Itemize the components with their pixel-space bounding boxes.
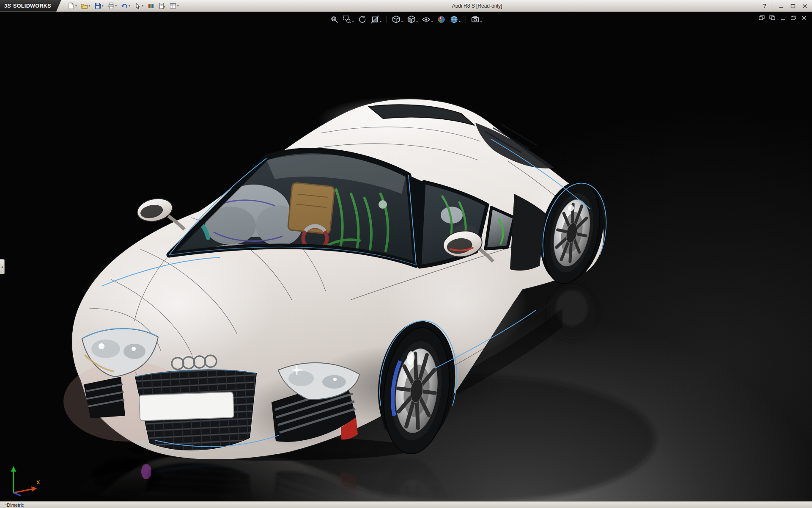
view-orientation-cube-icon xyxy=(392,15,401,24)
hide-show-eye-icon xyxy=(422,15,431,24)
hide-show-items-button[interactable]: ▾ xyxy=(422,15,433,24)
display-style-icon xyxy=(407,15,415,24)
new-document-icon xyxy=(68,3,74,9)
close-document-button[interactable] xyxy=(801,15,807,20)
help-icon: ? xyxy=(763,3,766,9)
panel-collapse-icon: ◂ xyxy=(1,265,3,269)
edit-appearance-sphere-icon xyxy=(437,15,445,24)
dropdown-caret[interactable]: ▾ xyxy=(459,19,461,24)
color-swatches-button[interactable] xyxy=(146,2,156,10)
featuremanager-flyout-tab[interactable]: ◂ xyxy=(0,259,5,274)
open-document-icon xyxy=(81,3,88,9)
solidworks-logo: 3S SOLIDWORKS xyxy=(0,0,61,12)
options-button[interactable]: ▾ xyxy=(168,2,180,10)
close-icon xyxy=(802,4,807,8)
window-controls: ? xyxy=(761,0,809,12)
next-window-icon xyxy=(769,15,775,20)
print-button[interactable]: ▾ xyxy=(107,2,118,10)
triad-y-axis xyxy=(11,466,16,472)
view-orientation-button[interactable]: ▾ xyxy=(392,15,403,24)
edit-appearance-button[interactable] xyxy=(436,15,446,24)
document-title: Audi R8 S [Read-only] xyxy=(452,3,502,9)
minimize-button[interactable] xyxy=(777,2,785,10)
audi-r8-model-render[interactable] xyxy=(0,12,812,501)
section-view-icon xyxy=(370,15,379,24)
print-icon xyxy=(108,3,115,9)
close-button[interactable] xyxy=(801,2,809,10)
previous-view-icon xyxy=(358,15,366,24)
undo-icon xyxy=(121,3,128,9)
titlebar: 3S SOLIDWORKS ▾ ▾ ▾ ▾ ▾ ▾ xyxy=(0,0,812,12)
triad-x-label: X xyxy=(36,479,40,486)
brand-prefix: 3S xyxy=(4,3,11,9)
dropdown-caret[interactable]: ▾ xyxy=(480,19,482,24)
triad-z-axis xyxy=(14,493,21,496)
dropdown-caret[interactable]: ▾ xyxy=(89,4,91,7)
dropdown-caret[interactable]: ▾ xyxy=(142,4,144,7)
select-cursor-icon xyxy=(134,3,141,9)
separator xyxy=(773,3,773,9)
zoom-to-fit-icon xyxy=(330,15,339,24)
apply-scene-button[interactable]: ▾ xyxy=(449,15,461,24)
help-button[interactable]: ? xyxy=(761,2,768,10)
dropdown-caret[interactable]: ▾ xyxy=(401,19,403,24)
view-settings-camera-icon xyxy=(471,15,480,24)
model-viewport[interactable]: ▾ ▾ ▾ ▾ ▾ ▾ ▾ xyxy=(0,12,812,501)
maximize-icon xyxy=(790,4,796,8)
document-window-controls xyxy=(759,15,807,20)
color-swatches-icon xyxy=(148,3,154,9)
new-document-button[interactable]: ▾ xyxy=(66,2,78,10)
dropdown-caret[interactable]: ▾ xyxy=(75,4,77,7)
toolbar-separator xyxy=(387,16,387,23)
file-properties-icon xyxy=(159,3,165,9)
dropdown-caret[interactable]: ▾ xyxy=(352,19,354,24)
select-button[interactable]: ▾ xyxy=(133,2,145,10)
restore-document-button[interactable] xyxy=(790,15,796,20)
toolbar-separator xyxy=(466,16,466,23)
previous-window-icon xyxy=(759,15,765,20)
display-style-button[interactable]: ▾ xyxy=(406,15,418,24)
minimize-icon xyxy=(779,4,784,8)
next-window-button[interactable] xyxy=(769,15,775,20)
minimize-document-button[interactable] xyxy=(780,15,786,20)
brand-name: SOLIDWORKS xyxy=(13,3,51,9)
section-view-button[interactable]: ▾ xyxy=(370,15,382,24)
undo-button[interactable]: ▾ xyxy=(120,2,132,10)
restore-document-icon xyxy=(790,15,796,20)
file-properties-button[interactable] xyxy=(157,2,167,10)
options-table-icon xyxy=(170,3,176,9)
view-settings-button[interactable]: ▾ xyxy=(471,15,483,24)
dropdown-caret[interactable]: ▾ xyxy=(380,19,381,24)
dropdown-caret[interactable]: ▾ xyxy=(102,4,104,7)
open-document-button[interactable]: ▾ xyxy=(80,2,92,10)
minimize-document-icon xyxy=(780,15,786,20)
previous-view-button[interactable] xyxy=(357,15,367,24)
view-orientation-label: *Dimetric xyxy=(5,502,24,508)
zoom-to-area-icon xyxy=(343,15,351,24)
close-document-icon xyxy=(801,15,807,20)
dropdown-caret[interactable]: ▾ xyxy=(177,4,179,7)
maximize-button[interactable] xyxy=(789,2,797,10)
reference-triad: X xyxy=(7,462,43,498)
heads-up-view-toolbar: ▾ ▾ ▾ ▾ ▾ ▾ ▾ xyxy=(330,15,483,24)
zoom-to-fit-button[interactable] xyxy=(330,15,339,24)
zoom-to-area-button[interactable]: ▾ xyxy=(343,15,354,24)
dropdown-caret[interactable]: ▾ xyxy=(416,19,418,24)
dropdown-caret[interactable]: ▾ xyxy=(431,19,433,24)
apply-scene-globe-icon xyxy=(450,15,458,24)
save-icon xyxy=(94,3,101,9)
main-toolbar: ▾ ▾ ▾ ▾ ▾ ▾ ▾ xyxy=(66,2,180,10)
dropdown-caret[interactable]: ▾ xyxy=(129,4,130,7)
status-bar: *Dimetric xyxy=(0,501,812,508)
save-button[interactable]: ▾ xyxy=(93,2,105,10)
dropdown-caret[interactable]: ▾ xyxy=(115,4,117,7)
triad-x-axis xyxy=(14,489,33,493)
previous-window-button[interactable] xyxy=(759,15,765,20)
